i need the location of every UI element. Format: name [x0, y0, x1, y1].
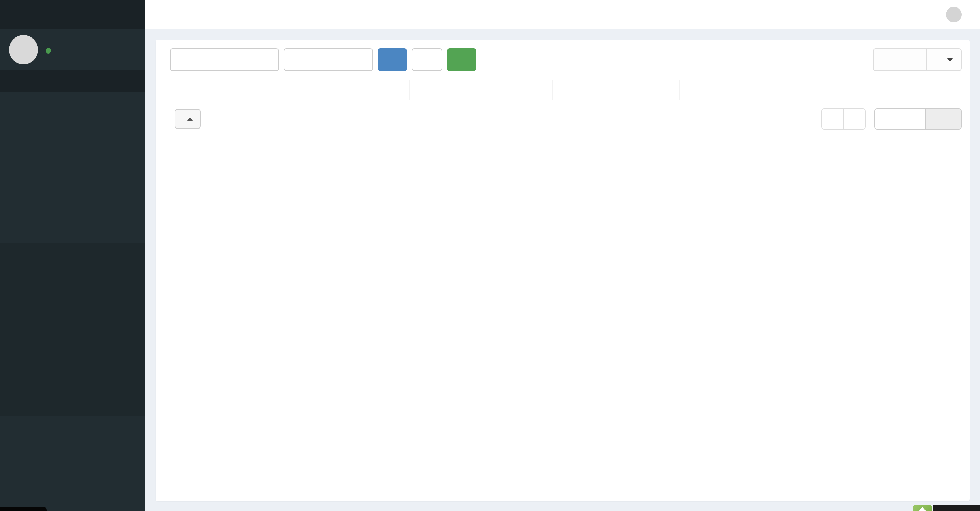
search-input[interactable]	[170, 48, 279, 71]
sidebar-subitem-0[interactable]	[0, 273, 145, 297]
list-view-icon	[882, 55, 891, 64]
sidebar-user-panel	[0, 29, 145, 70]
sidebar-subitem-2[interactable]	[0, 321, 145, 344]
column-header-0	[164, 80, 186, 99]
lock-icon	[10, 164, 21, 176]
home-icon	[10, 106, 21, 117]
gears-icon	[10, 425, 21, 436]
pagination	[164, 109, 962, 129]
circle-o-icon	[15, 376, 22, 384]
column-header-2	[317, 80, 410, 99]
toolbar	[164, 48, 962, 71]
hamburger-icon	[157, 9, 168, 20]
sidebar-corner-box	[0, 506, 47, 511]
back-to-top-button[interactable]	[913, 505, 932, 511]
ssl-lock-icon	[10, 252, 21, 263]
search-button[interactable]	[378, 48, 407, 71]
chevron-down-icon	[127, 254, 135, 262]
pager	[821, 109, 865, 129]
user-icon	[10, 454, 21, 465]
online-status-dot	[46, 48, 51, 54]
sidebar-item-5[interactable]	[0, 243, 145, 273]
heartbeat-icon	[10, 194, 21, 205]
sidebar-nav-header	[0, 70, 145, 92]
go-button[interactable]	[926, 109, 962, 129]
sidebar-item-0[interactable]	[0, 97, 145, 126]
sidebar-item-2[interactable]	[0, 155, 145, 185]
circle-o-icon	[15, 400, 22, 408]
topbar-avatar	[946, 7, 962, 22]
circle-o-icon	[15, 353, 22, 360]
sidebar-item-4[interactable]	[0, 214, 145, 243]
sidebar	[0, 0, 145, 511]
caret-up-icon	[187, 117, 193, 121]
column-header-6	[680, 80, 732, 99]
platform-select[interactable]	[284, 48, 373, 71]
sidebar-subitem-1[interactable]	[0, 297, 145, 321]
fullscreen-icon[interactable]	[885, 9, 896, 20]
th-list-icon	[10, 135, 21, 146]
chevron-left-icon	[127, 426, 135, 434]
column-header-1	[186, 80, 317, 99]
content-card	[156, 40, 970, 501]
sidebar-item-7[interactable]	[0, 445, 145, 474]
view-options-group	[873, 48, 962, 71]
column-header-5	[608, 80, 680, 99]
expand-arrows-icon	[908, 55, 918, 64]
home-icon[interactable]	[854, 9, 865, 20]
circle-o-icon	[15, 281, 22, 288]
globe-icon	[10, 223, 21, 234]
sidebar-expanded-block	[0, 243, 145, 416]
sidebar-item-1[interactable]	[0, 126, 145, 155]
user-status	[46, 48, 55, 54]
topbar	[145, 0, 980, 29]
sidebar-subitem-4[interactable]	[0, 368, 145, 392]
prev-page-button[interactable]	[821, 109, 844, 129]
app-title	[0, 0, 145, 29]
main-content	[145, 29, 980, 511]
column-header-3	[410, 80, 553, 99]
per-page-select[interactable]	[175, 109, 200, 129]
user-menu[interactable]	[946, 7, 967, 22]
grid-icon	[935, 55, 944, 64]
sidebar-item-6[interactable]	[0, 416, 145, 445]
circle-o-icon	[15, 329, 22, 336]
sidebar-item-8[interactable]	[0, 474, 145, 504]
goto-page-input[interactable]	[875, 109, 926, 129]
circle-o-icon	[15, 305, 22, 312]
sidebar-nav	[0, 97, 145, 504]
chevron-left-icon	[127, 225, 135, 233]
sidebar-subitem-3[interactable]	[0, 344, 145, 368]
table-header	[164, 80, 951, 100]
bottom-right-bar	[933, 505, 980, 511]
column-header-4	[553, 80, 608, 99]
columns-button[interactable]	[926, 48, 962, 71]
chevron-down-icon	[359, 56, 366, 64]
sidebar-toggle-button[interactable]	[145, 0, 180, 29]
sidebar-item-3[interactable]	[0, 185, 145, 214]
sidebar-subitem-5[interactable]	[0, 392, 145, 416]
goto-page-group	[875, 109, 962, 129]
toggle-view-button[interactable]	[873, 48, 900, 71]
column-header-8	[783, 80, 951, 99]
plus-icon	[455, 55, 464, 64]
caret-down-icon	[947, 58, 953, 62]
refresh-button[interactable]	[412, 48, 442, 71]
add-button[interactable]	[447, 48, 476, 71]
certificates-table	[164, 80, 951, 100]
search-icon	[386, 55, 395, 64]
sidebar-submenu	[0, 273, 145, 416]
column-header-7	[732, 80, 783, 99]
user-avatar	[9, 35, 38, 64]
fullscreen-table-button[interactable]	[900, 48, 927, 71]
next-page-button[interactable]	[843, 109, 865, 129]
list-alt-icon	[10, 484, 21, 495]
chevron-left-icon	[127, 195, 135, 203]
tools-icon[interactable]	[915, 9, 926, 20]
refresh-icon	[420, 55, 430, 64]
app-screen	[0, 0, 980, 511]
